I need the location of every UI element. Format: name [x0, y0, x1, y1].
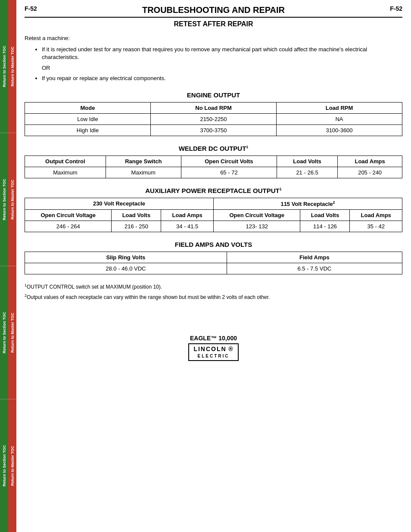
field-amps-table: Slip Ring Volts Field Amps 28.0 - 46.0 V…	[25, 252, 402, 274]
section-toc-label-4: Return to Section TOC	[2, 445, 6, 486]
field-slip-ring-val: 28.0 - 46.0 VDC	[25, 263, 227, 274]
bullet-list-2: If you repair or replace any electrical …	[33, 75, 402, 82]
welder-open-circuit-val: 65 - 72	[181, 167, 277, 178]
sidebar-master-toc-4[interactable]: Return to Master TOC	[8, 399, 16, 532]
aux-230-open-circuit-header: Open Circuit Voltage	[25, 209, 112, 221]
footnote-1: 1OUTPUT CONTROL switch set at MAXIMUM (p…	[25, 283, 402, 290]
engine-load-high: 3100-3600	[277, 124, 402, 136]
bullet-item-1: If it is rejected under test for any rea…	[42, 46, 402, 61]
aux-power-title: AUXILIARY POWER RECEPTACLE OUTPUT1	[25, 187, 402, 194]
master-toc-label-2: Return to Master TOC	[10, 180, 15, 220]
bullet-list: If it is rejected under test for any rea…	[33, 46, 402, 61]
field-slip-ring-header: Slip Ring Volts	[25, 252, 227, 263]
aux-power-group-row: 230 Volt Receptacle 115 Volt Receptacle2	[25, 198, 402, 209]
field-amps-header: Field Amps	[227, 252, 402, 263]
sidebar-section-toc-3[interactable]: Return to Section TOC	[0, 266, 8, 399]
section-title: RETEST AFTER REPAIR	[25, 20, 402, 28]
sidebar-green-col: Return to Section TOC Return to Section …	[0, 0, 8, 532]
engine-no-load-low: 2150-2250	[151, 113, 277, 124]
aux-230-load-amps-header: Load Amps	[161, 209, 214, 221]
aux-115-load-volts-val: 114 - 126	[300, 221, 350, 232]
footer-product: EAGLE™ 10,000	[25, 335, 402, 342]
bullet-1-text: If it is rejected under test for any rea…	[42, 46, 367, 60]
welder-load-volts-val: 21 - 26.5	[277, 167, 337, 178]
section-toc-label-3: Return to Section TOC	[2, 312, 6, 353]
page-footer: EAGLE™ 10,000 LINCOLN ® ELECTRIC	[25, 335, 402, 361]
aux-115-open-circuit-val: 123- 132	[213, 221, 300, 232]
aux-115-load-volts-header: Load Volts	[300, 209, 350, 221]
footnote-1-text: OUTPUT CONTROL switch set at MAXIMUM (po…	[27, 284, 162, 290]
aux-230-load-amps-val: 34 - 41.5	[161, 221, 214, 232]
welder-col-range-switch: Range Switch	[106, 156, 181, 167]
footnote-2: 2Output values of each receptacle can va…	[25, 293, 402, 300]
field-amps-title: FIELD AMPS AND VOLTS	[25, 241, 402, 248]
welder-dc-row-1: Maximum Maximum 65 - 72 21 - 26.5 205 - …	[25, 167, 402, 178]
welder-col-load-amps: Load Amps	[338, 156, 402, 167]
aux-power-table: 230 Volt Receptacle 115 Volt Receptacle2…	[25, 198, 402, 232]
field-amps-header-row: Slip Ring Volts Field Amps	[25, 252, 402, 263]
aux-230-load-volts-header: Load Volts	[112, 209, 161, 221]
retest-label: Retest a machine:	[25, 35, 70, 41]
aux-230-open-circuit-val: 246 - 264	[25, 221, 112, 232]
engine-mode-low: Low Idle	[25, 113, 151, 124]
lincoln-brand: LINCOLN	[193, 345, 226, 352]
engine-row-low-idle: Low Idle 2150-2250 NA	[25, 113, 402, 124]
aux-power-header-row: Open Circuit Voltage Load Volts Load Amp…	[25, 209, 402, 221]
engine-row-high-idle: High Idle 3700-3750 3100-3600	[25, 124, 402, 136]
engine-col-load: Load RPM	[277, 102, 402, 113]
master-toc-label-1: Return to Master TOC	[10, 47, 15, 87]
sidebar-master-toc-2[interactable]: Return to Master TOC	[8, 133, 16, 266]
lincoln-electric-label: ELECTRIC	[197, 354, 229, 358]
engine-output-table: Mode No Load RPM Load RPM Low Idle 2150-…	[25, 102, 402, 136]
welder-range-switch-val: Maximum	[106, 167, 181, 178]
engine-col-no-load: No Load RPM	[151, 102, 277, 113]
section-toc-label-2: Return to Section TOC	[2, 179, 6, 220]
aux-115-open-circuit-header: Open Circuit Voltage	[213, 209, 300, 221]
engine-mode-high: High Idle	[25, 124, 151, 136]
bullet-2-text: If you repair or replace any electrical …	[42, 75, 166, 81]
lincoln-dot-icon: ®	[228, 345, 233, 352]
master-toc-label-4: Return to Master TOC	[10, 446, 15, 486]
lincoln-logo: LINCOLN ® ELECTRIC	[188, 343, 238, 361]
aux-power-row-1: 246 - 264 216 - 250 34 - 41.5 123- 132 1…	[25, 221, 402, 232]
aux-power-section: AUXILIARY POWER RECEPTACLE OUTPUT1 230 V…	[25, 187, 402, 232]
engine-no-load-high: 3700-3750	[151, 124, 277, 136]
field-amps-val: 6.5 - 7.5 VDC	[227, 263, 402, 274]
welder-dc-section: WELDER DC OUTPUT1 Output Control Range S…	[25, 145, 402, 178]
engine-output-header-row: Mode No Load RPM Load RPM	[25, 102, 402, 113]
welder-dc-table: Output Control Range Switch Open Circuit…	[25, 156, 402, 178]
field-amps-section: FIELD AMPS AND VOLTS Slip Ring Volts Fie…	[25, 241, 402, 274]
welder-col-load-volts: Load Volts	[277, 156, 337, 167]
sidebar-master-toc-1[interactable]: Return to Master TOC	[8, 0, 16, 133]
aux-115-load-amps-header: Load Amps	[350, 209, 402, 221]
section-toc-label-1: Return to Section TOC	[2, 46, 6, 87]
welder-col-output-control: Output Control	[25, 156, 106, 167]
sidebar-master-toc-3[interactable]: Return to Master TOC	[8, 266, 16, 399]
aux-230-load-volts-val: 216 - 250	[112, 221, 161, 232]
field-amps-row-1: 28.0 - 46.0 VDC 6.5 - 7.5 VDC	[25, 263, 402, 274]
welder-output-control-val: Maximum	[25, 167, 106, 178]
aux-115-load-amps-val: 35 - 42	[350, 221, 402, 232]
page-header: F-52 TROUBLESHOOTING AND REPAIR F-52	[25, 5, 402, 18]
engine-load-low: NA	[277, 113, 402, 124]
welder-col-open-circuit: Open Circuit Volts	[181, 156, 277, 167]
page-num-right: F-52	[390, 5, 402, 12]
footnote-2-text: Output values of each receptacle can var…	[27, 294, 270, 300]
or-text: OR	[42, 65, 402, 71]
welder-dc-title: WELDER DC OUTPUT1	[25, 145, 402, 152]
sidebar-section-toc-2[interactable]: Return to Section TOC	[0, 133, 8, 266]
sidebar: Return to Section TOC Return to Section …	[0, 0, 16, 532]
welder-dc-header-row: Output Control Range Switch Open Circuit…	[25, 156, 402, 167]
page-main-title: TROUBLESHOOTING AND REPAIR	[37, 5, 390, 15]
sidebar-red-col: Return to Master TOC Return to Master TO…	[8, 0, 16, 532]
aux-group-230: 230 Volt Receptacle	[25, 198, 214, 209]
engine-output-title: ENGINE OUTPUT	[25, 91, 402, 99]
engine-output-section: ENGINE OUTPUT Mode No Load RPM Load RPM …	[25, 91, 402, 136]
master-toc-label-3: Return to Master TOC	[10, 313, 15, 353]
welder-load-amps-val: 205 - 240	[338, 167, 402, 178]
sidebar-section-toc-4[interactable]: Return to Section TOC	[0, 399, 8, 532]
engine-col-mode: Mode	[25, 102, 151, 113]
sidebar-section-toc-1[interactable]: Return to Section TOC	[0, 0, 8, 133]
bullet-item-2: If you repair or replace any electrical …	[42, 75, 402, 82]
aux-group-115: 115 Volt Receptacle2	[213, 198, 402, 209]
